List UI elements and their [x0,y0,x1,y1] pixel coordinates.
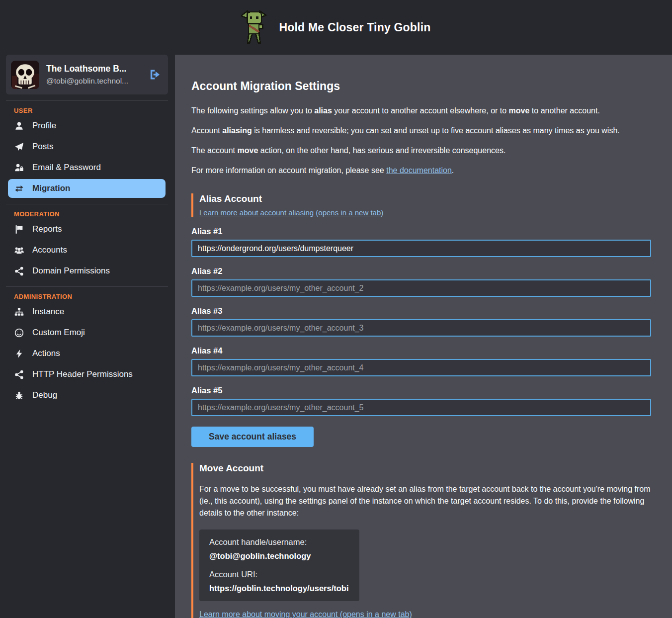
exchange-arrows-icon [14,184,24,193]
move-details-box: Account handle/username: @tobi@goblin.te… [199,530,359,601]
sidebar-divider [6,204,168,204]
avatar [11,61,39,89]
alias-field-3: Alias #3 [191,306,651,337]
user-display-name: The Loathsome B... [46,64,141,74]
bug-icon [14,391,24,400]
text-segment: to another account. [529,106,599,115]
sidebar-item-posts[interactable]: Posts [8,137,166,156]
documentation-link[interactable]: the documentation [386,166,452,175]
sidebar-divider [6,286,168,287]
text-segment: move [238,146,258,155]
sidebar-category-moderation: MODERATION [14,210,175,218]
sidebar-item-label: Email & Password [32,163,101,173]
app-header: Hold Me Closer Tiny Goblin [0,0,672,55]
alias-section-header: Alias Account Learn more about account a… [191,193,651,217]
sidebar-category-administration: ADMINISTRATION [14,293,175,300]
alias-field-2: Alias #2 [191,266,651,297]
text-segment: move [509,106,530,115]
text-segment: Account [191,126,222,135]
text-segment: The following settings allow you to [191,106,314,115]
text-segment: your account to another account elsewher… [332,106,509,115]
user-names: The Loathsome B... @tobi@goblin.technol.… [46,64,141,86]
sidebar-item-actions[interactable]: Actions [8,344,166,363]
sidebar-item-reports[interactable]: Reports [8,220,166,239]
intro-paragraph: The following settings allow you to alia… [191,105,651,117]
sidebar-divider [6,100,168,101]
paper-plane-icon [14,142,24,152]
alias-3-input[interactable] [191,319,651,337]
account-handle-pair: Account handle/username: @tobi@goblin.te… [209,537,349,561]
bolt-icon [14,349,24,358]
sidebar-item-label: Instance [32,307,64,317]
text-segment: The account [191,146,238,155]
flag-icon [14,225,24,234]
sidebar: The Loathsome B... @tobi@goblin.technol.… [0,55,175,618]
account-handle-value: @tobi@goblin.technology [209,551,349,561]
sidebar-item-migration[interactable]: Migration [8,179,166,198]
sidebar-item-instance[interactable]: Instance [8,302,166,321]
sidebar-item-label: Profile [32,121,56,131]
alias-5-input[interactable] [191,399,651,416]
intro-paragraph: The account move action, on the other ha… [191,145,651,157]
sidebar-item-email-password[interactable]: Email & Password [8,158,166,177]
sidebar-item-label: Reports [32,224,62,234]
share-nodes-icon [14,266,24,276]
share-nodes-icon [14,370,24,379]
alias-account-section: Alias Account Learn more about account a… [191,193,651,447]
text-segment: is harmless and reversible; you can set … [252,126,620,135]
text-segment: . [452,166,454,175]
sidebar-item-accounts[interactable]: Accounts [8,241,166,260]
alias-3-label: Alias #3 [191,306,651,316]
account-uri-pair: Account URI: https://goblin.technology/u… [209,570,349,593]
sign-out-icon[interactable] [148,68,161,81]
sidebar-item-label: Migration [32,183,71,193]
alias-4-input[interactable] [191,359,651,376]
user-handle: @tobi@goblin.technol... [46,77,141,86]
main-panel: Account Migration Settings The following… [175,55,672,618]
alias-2-label: Alias #2 [191,266,651,276]
smile-icon [14,328,24,338]
alias-field-5: Alias #5 [191,386,651,416]
text-segment: alias [314,106,332,115]
text-segment: For more information on account migratio… [191,166,386,175]
sidebar-item-debug[interactable]: Debug [8,386,166,405]
sidebar-item-label: Posts [32,142,54,152]
move-account-section: Move Account For a move to be successful… [191,463,651,618]
intro-paragraph: For more information on account migratio… [191,165,651,177]
sidebar-item-http-header-permissions[interactable]: HTTP Header Permissions [8,365,166,384]
sitemap-icon [14,307,24,317]
user-card[interactable]: The Loathsome B... @tobi@goblin.technol.… [6,55,168,94]
user-icon [14,121,24,131]
sidebar-item-label: HTTP Header Permissions [32,369,133,379]
move-learn-more-link[interactable]: Learn more about moving your account (op… [199,610,412,618]
alias-5-label: Alias #5 [191,386,651,395]
sidebar-item-label: Domain Permissions [32,266,110,276]
sidebar-item-label: Actions [32,349,60,358]
sidebar-item-profile[interactable]: Profile [8,116,166,135]
app-title: Hold Me Closer Tiny Goblin [279,21,430,34]
alias-4-label: Alias #4 [191,346,651,355]
intro-paragraph: Account aliasing is harmless and reversi… [191,125,651,137]
alias-1-label: Alias #1 [191,227,651,236]
goblin-logo [241,10,268,45]
sidebar-item-label: Debug [32,390,57,400]
alias-1-input[interactable] [191,240,651,257]
move-section-title: Move Account [199,463,651,474]
users-icon [14,246,24,255]
user-lock-icon [14,163,24,173]
account-uri-term: Account URI: [209,570,349,579]
move-description: For a move to be successful, you must ha… [199,483,651,519]
account-uri-value: https://goblin.technology/users/tobi [209,584,349,593]
sidebar-item-custom-emoji[interactable]: Custom Emoji [8,323,166,342]
page-title: Account Migration Settings [191,80,651,93]
sidebar-item-label: Custom Emoji [32,328,85,338]
save-account-aliases-button[interactable]: Save account aliases [191,427,314,447]
alias-2-input[interactable] [191,279,651,297]
alias-learn-more-link[interactable]: Learn more about account aliasing (opens… [199,208,383,217]
sidebar-category-user: USER [14,107,175,114]
sidebar-item-domain-permissions[interactable]: Domain Permissions [8,262,166,280]
alias-field-1: Alias #1 [191,227,651,257]
text-segment: aliasing [222,126,252,135]
account-handle-term: Account handle/username: [209,537,349,547]
alias-field-4: Alias #4 [191,346,651,376]
